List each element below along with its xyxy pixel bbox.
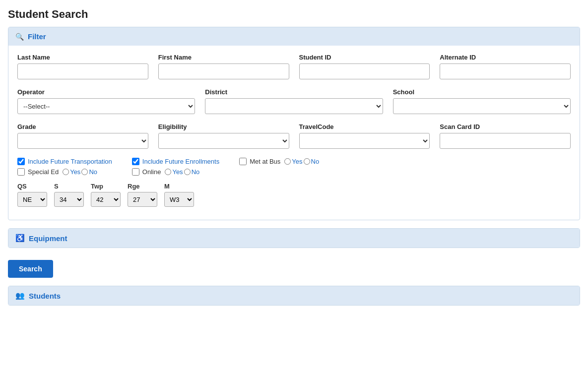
filter-header: Filter [8,27,580,46]
students-panel: Students [8,286,580,306]
met-at-bus-no-label: No [311,158,320,165]
school-group: School [393,88,571,114]
equipment-label: Equipment [29,234,67,243]
met-at-bus-no-radio[interactable] [304,158,310,165]
include-future-enrollments-checkbox[interactable] [132,158,139,165]
special-ed-label: Special Ed [28,168,59,176]
met-at-bus-yes-label: Yes [292,158,302,165]
equipment-header: Equipment [8,229,580,248]
online-radio-group: Yes No [165,168,199,176]
alternate-id-input[interactable] [440,63,571,79]
rge-group: Rge 27 [128,183,157,207]
special-ed-yes-label: Yes [70,168,80,176]
travel-code-label: TravelCode [299,123,430,130]
rge-label: Rge [128,183,157,190]
equipment-panel: Equipment [8,228,580,248]
eligibility-label: Eligibility [158,123,289,130]
s-label: S [54,183,84,190]
first-name-label: First Name [158,54,289,61]
met-at-bus-item: Met at Bus Yes No [239,158,319,165]
met-at-bus-group: Met at Bus Yes No [239,158,319,165]
district-label: District [205,88,383,96]
operator-group: Operator --Select-- [17,88,195,114]
operator-row: Operator --Select-- District School [17,88,571,114]
m-group: M W3 [164,183,194,207]
online-label: Online [142,168,161,176]
grade-row: Grade Eligibility TravelCode Scan Card I… [17,123,571,149]
grade-group: Grade [17,123,148,149]
met-at-bus-radio-group: Yes No [284,158,319,165]
scan-card-id-group: Scan Card ID [440,123,571,149]
students-header: Students [8,286,580,305]
first-name-group: First Name [158,54,289,79]
student-id-input[interactable] [299,63,430,79]
special-ed-radio-group: Yes No [63,168,97,176]
met-at-bus-checkbox[interactable] [239,158,247,165]
m-label: M [164,183,194,190]
future-transport-group: Include Future Transportation Special Ed… [17,158,112,176]
student-id-group: Student ID [299,54,430,79]
s-group: S 34 [54,183,84,207]
include-future-enrollments-label: Include Future Enrollments [142,158,219,165]
qs-select[interactable]: NE NW SE SW [17,192,47,207]
students-icon [15,291,25,300]
last-name-label: Last Name [17,54,148,61]
page-title: Student Search [8,8,580,21]
alternate-id-group: Alternate ID [440,54,571,79]
special-ed-no-radio[interactable] [81,169,88,175]
first-name-input[interactable] [158,63,289,79]
special-ed-no-label: No [89,168,97,176]
filter-label: Filter [28,32,46,41]
rge-select[interactable]: 27 [128,192,157,207]
filter-body: Last Name First Name Student ID Alternat… [8,46,580,220]
qs-label: QS [17,183,47,190]
special-ed-checkbox[interactable] [17,168,25,176]
online-yes-radio[interactable] [165,169,171,175]
name-row: Last Name First Name Student ID Alternat… [17,54,571,79]
travel-code-select[interactable] [299,133,430,149]
s-select[interactable]: 34 [54,192,84,207]
search-icon [15,32,24,41]
twp-select[interactable]: 42 [91,192,121,207]
students-label: Students [29,292,61,300]
include-future-enrollments-item: Include Future Enrollments [132,158,219,165]
include-future-transportation-checkbox[interactable] [17,158,25,165]
student-id-label: Student ID [299,54,430,61]
future-enrollments-group: Include Future Enrollments Online Yes No [132,158,219,176]
twp-group: Twp 42 [91,183,121,207]
scan-card-id-input[interactable] [440,133,571,149]
travel-code-group: TravelCode [299,123,430,149]
search-button[interactable]: Search [8,260,53,278]
district-select[interactable] [205,98,383,114]
school-label: School [393,88,571,96]
online-no-label: No [192,168,200,176]
twp-label: Twp [91,183,121,190]
grade-select[interactable] [17,133,148,149]
online-no-radio[interactable] [184,169,191,175]
last-name-input[interactable] [17,63,148,79]
special-ed-item: Special Ed Yes No [17,168,112,176]
checkboxes-row: Include Future Transportation Special Ed… [17,158,571,176]
eligibility-select[interactable] [158,133,289,149]
met-at-bus-label: Met at Bus [250,158,280,165]
qs-group: QS NE NW SE SW [17,183,47,207]
eligibility-group: Eligibility [158,123,289,149]
filter-panel: Filter Last Name First Name Student ID A… [8,27,580,220]
last-name-group: Last Name [17,54,148,79]
m-select[interactable]: W3 [164,192,194,207]
equipment-icon [15,234,25,243]
online-yes-label: Yes [172,168,183,176]
scan-card-id-label: Scan Card ID [440,123,571,130]
grade-label: Grade [17,123,148,130]
school-select[interactable] [393,98,571,114]
operator-select[interactable]: --Select-- [17,98,195,114]
include-future-transportation-label: Include Future Transportation [28,158,112,165]
district-group: District [205,88,383,114]
alternate-id-label: Alternate ID [440,54,571,61]
operator-label: Operator [17,88,195,96]
met-at-bus-yes-radio[interactable] [284,158,291,165]
online-checkbox[interactable] [132,168,139,176]
include-future-transportation-item: Include Future Transportation [17,158,112,165]
special-ed-yes-radio[interactable] [63,169,69,175]
online-item: Online Yes No [132,168,219,176]
